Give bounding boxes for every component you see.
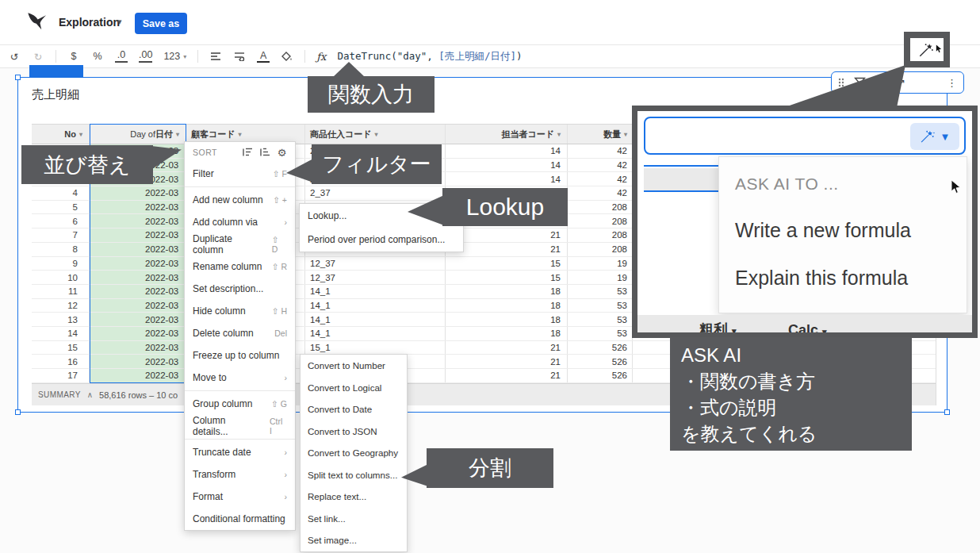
cell-item: 14_1 bbox=[305, 313, 446, 326]
chevron-down-icon[interactable]: ▾ bbox=[239, 131, 242, 138]
sort-asc-icon[interactable] bbox=[243, 148, 253, 157]
menu-item-add-column-via[interactable]: Add column via› bbox=[185, 211, 295, 233]
cell-qty: 208 bbox=[568, 243, 633, 256]
element-selection-tab[interactable] bbox=[29, 65, 83, 78]
cell-no: 16 bbox=[32, 355, 90, 368]
drag-handle-icon[interactable] bbox=[838, 78, 844, 87]
chevron-down-icon[interactable]: ▾ bbox=[557, 131, 561, 138]
popup-formula-bar: ▼ bbox=[644, 117, 966, 155]
font-color-icon[interactable]: A bbox=[257, 50, 270, 63]
menu-item-transform[interactable]: Transform› bbox=[185, 463, 295, 486]
popup-bottom-header-band: 粗利 ▾ Calc ▾ bbox=[637, 315, 972, 332]
menu-shortcut: Del bbox=[274, 328, 287, 338]
annotation-ask-ai: ASK AI・関数の書き方・式の説明を教えてくれる bbox=[670, 337, 912, 451]
menu-item-convert-to-logical[interactable]: Convert to Logical bbox=[301, 377, 407, 399]
resize-handle[interactable] bbox=[944, 409, 950, 415]
resize-handle[interactable] bbox=[15, 75, 21, 80]
menu-item-set-description[interactable]: Set description... bbox=[185, 278, 295, 300]
column-header-quantity[interactable]: 数量▾ bbox=[568, 125, 633, 144]
cell-agent: 14 bbox=[446, 159, 568, 172]
menu-item-filter[interactable]: Filter⇧ F bbox=[185, 163, 295, 185]
fx-icon: ƒx bbox=[316, 51, 326, 63]
ask-ai-option-explain-formula[interactable]: Explain this formula bbox=[735, 267, 908, 290]
increase-decimal-icon[interactable]: .00 bbox=[139, 50, 152, 63]
cell-qty: 42 bbox=[568, 144, 633, 158]
wrap-text-icon[interactable] bbox=[233, 52, 246, 61]
cell-item: 2_37 bbox=[305, 186, 446, 200]
save-as-button[interactable]: Save as bbox=[135, 13, 187, 34]
menu-item-convert-to-geography[interactable]: Convert to Geography bbox=[301, 442, 407, 464]
annotation-split: 分割 bbox=[427, 448, 553, 488]
column-header-no[interactable]: No▾ bbox=[32, 125, 90, 144]
cursor-pointer-icon bbox=[951, 179, 961, 194]
cell-item: 14_1 bbox=[305, 327, 446, 340]
menu-item-add-new-column[interactable]: Add new column⇧ + bbox=[185, 189, 295, 211]
ask-ai-wand-button[interactable]: ▼ bbox=[910, 123, 959, 150]
menu-item-set-image[interactable]: Set image... bbox=[301, 529, 407, 551]
menu-item-move-to[interactable]: Move to› bbox=[185, 367, 295, 389]
menu-item-convert-to-json[interactable]: Convert to JSON bbox=[301, 421, 407, 443]
cell-date: 2022-03 bbox=[90, 271, 186, 284]
chevron-down-icon[interactable]: ▾ bbox=[176, 131, 179, 138]
menu-item-hide-column[interactable]: Hide column⇧ H bbox=[185, 300, 295, 322]
cell-no: 13 bbox=[32, 313, 90, 326]
cell-item: 15_1 bbox=[305, 341, 446, 355]
resize-handle[interactable] bbox=[15, 409, 21, 415]
menu-item-split-text-to-columns[interactable]: Split text to columns... bbox=[301, 464, 407, 486]
menu-item-delete-column[interactable]: Delete columnDel bbox=[185, 322, 295, 344]
menu-item-label: Convert to Date bbox=[308, 404, 372, 414]
kebab-menu-icon[interactable]: ⋮ bbox=[947, 77, 957, 89]
table-title[interactable]: 売上明細 bbox=[32, 87, 79, 102]
column-header-item-code[interactable]: 商品仕入コード▾ bbox=[305, 125, 446, 144]
submenu-arrow-icon: › bbox=[285, 492, 288, 501]
chevron-down-icon[interactable]: ▾ bbox=[375, 131, 378, 138]
document-title-caret-icon[interactable]: ▾ bbox=[117, 17, 122, 27]
submenu-arrow-icon: › bbox=[285, 373, 288, 382]
menu-item-label: Rename column bbox=[193, 261, 262, 272]
cell-qty: 526 bbox=[568, 355, 633, 368]
cell-qty: 53 bbox=[568, 313, 633, 326]
chevron-down-icon[interactable]: ▾ bbox=[79, 131, 82, 138]
redo-icon[interactable]: ↻ bbox=[32, 51, 44, 63]
cell-date: 2022-03 bbox=[90, 243, 186, 256]
annotation-sort: 並び替え bbox=[21, 145, 153, 184]
cell-no: 14 bbox=[32, 327, 90, 340]
menu-item-convert-to-date[interactable]: Convert to Date bbox=[301, 398, 407, 421]
cell-date: 2022-03 bbox=[90, 355, 186, 368]
menu-item-duplicate-column[interactable]: Duplicate column⇧ D bbox=[185, 233, 295, 255]
collapse-icon[interactable]: ∧ bbox=[87, 390, 93, 399]
currency-format-icon[interactable]: $ bbox=[67, 51, 80, 62]
column-header-agent-code[interactable]: 担当者コード▾ bbox=[446, 125, 568, 144]
menu-item-label: Replace text... bbox=[308, 491, 366, 501]
menu-item-set-link[interactable]: Set link... bbox=[301, 508, 407, 530]
number-format-dropdown[interactable]: 123▾ bbox=[163, 51, 186, 62]
menu-item-group-column[interactable]: Group column⇧ G bbox=[185, 393, 295, 415]
menu-item-period-over-period-comparison[interactable]: Period over period comparison... bbox=[300, 228, 463, 252]
menu-item-format[interactable]: Format› bbox=[185, 486, 295, 508]
undo-icon[interactable]: ↺ bbox=[8, 51, 21, 63]
menu-item-convert-to-number[interactable]: Convert to Number bbox=[301, 355, 407, 377]
wand-highlight-annotation[interactable] bbox=[904, 32, 950, 67]
menu-item-label: Format bbox=[193, 491, 223, 502]
document-title[interactable]: Exploration bbox=[59, 16, 120, 29]
column-header-day-of-date[interactable]: Day of 日付▾ bbox=[90, 125, 186, 144]
cell-date: 2022-03 bbox=[90, 341, 186, 355]
menu-item-truncate-date[interactable]: Truncate date› bbox=[185, 441, 295, 463]
menu-item-label: Convert to Geography bbox=[308, 447, 398, 458]
menu-item-label: Filter bbox=[193, 168, 214, 179]
menu-item-freeze-up-to-column[interactable]: Freeze up to column bbox=[185, 344, 295, 367]
submenu-arrow-icon: › bbox=[285, 470, 288, 479]
fill-color-icon[interactable] bbox=[281, 52, 293, 62]
chevron-down-icon[interactable]: ▾ bbox=[624, 131, 627, 138]
menu-item-rename-column[interactable]: Rename column⇧ R bbox=[185, 255, 295, 278]
menu-item-replace-text[interactable]: Replace text... bbox=[301, 486, 407, 508]
sort-desc-icon[interactable] bbox=[260, 148, 270, 157]
formula-input[interactable]: DateTrunc("day", [売上明細/日付]) bbox=[337, 50, 522, 63]
align-icon[interactable] bbox=[209, 52, 222, 61]
ask-ai-option-write-formula[interactable]: Write a new formula bbox=[735, 219, 911, 242]
menu-item-column-details[interactable]: Column details...Ctrl I bbox=[185, 415, 295, 437]
gear-icon[interactable]: ⚙ bbox=[278, 147, 287, 159]
percent-format-icon[interactable]: % bbox=[91, 51, 104, 62]
menu-item-conditional-formatting[interactable]: Conditional formatting bbox=[185, 508, 295, 530]
decrease-decimal-icon[interactable]: .0 bbox=[115, 50, 128, 63]
